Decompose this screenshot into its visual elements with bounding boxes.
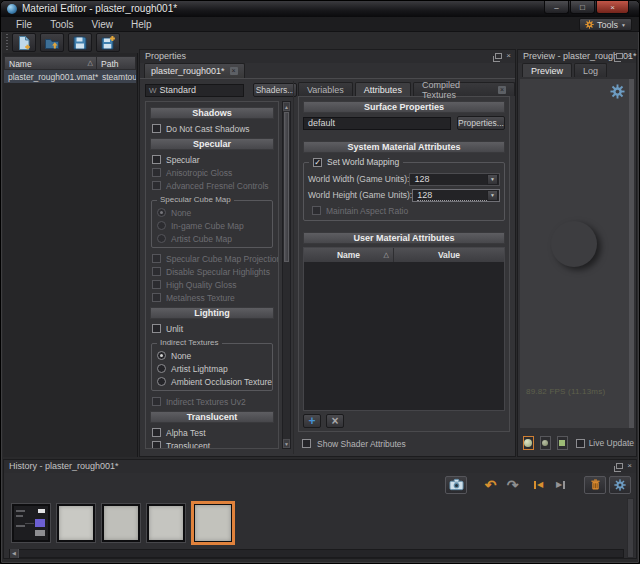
new-file-button[interactable] [12, 33, 36, 52]
history-thumbnail-2[interactable] [56, 503, 96, 543]
undo-button[interactable]: ↶ [481, 476, 500, 494]
scroll-down-icon[interactable]: ▼ [283, 439, 290, 448]
checkbox-box [152, 397, 161, 406]
close-panel-icon[interactable]: × [506, 52, 511, 60]
radio-ambient-occlusion-texture[interactable]: Ambient Occlusion Texture [157, 375, 269, 388]
history-first-button[interactable]: ◀ [529, 476, 548, 494]
close-button[interactable]: × [596, 1, 629, 14]
section-header-lighting: Lighting [150, 307, 274, 319]
checkbox-box[interactable]: ✓ [313, 158, 322, 167]
option-label: Specular Cube Map Projection [166, 254, 279, 264]
save-as-button[interactable] [96, 33, 120, 52]
preview-model-sphere2-button[interactable] [540, 436, 551, 450]
column-header-name[interactable]: Name △ [304, 248, 394, 262]
checkbox-translucent[interactable]: Translucent [152, 439, 274, 449]
close-panel-icon[interactable]: × [627, 52, 632, 60]
world-height-combo[interactable]: 128 ▼ [412, 189, 500, 202]
column-header-name[interactable]: Name △ [5, 57, 96, 69]
tab-compiled-textures[interactable]: Compiled Textures× [413, 82, 515, 96]
preview-viewport[interactable]: 89.82 FPS (11.13ms) [520, 79, 634, 428]
history-vertical-scrollbar[interactable] [627, 498, 634, 558]
set-world-mapping-checkbox[interactable]: ✓ Set World Mapping [309, 157, 403, 167]
float-panel-icon[interactable] [616, 53, 623, 59]
dropdown-arrow-icon[interactable]: ▼ [487, 174, 498, 185]
save-button[interactable] [68, 33, 92, 52]
tools-button[interactable]: Tools ▼ [579, 18, 632, 31]
history-settings-button[interactable] [609, 476, 631, 494]
document-tab[interactable]: plaster_rough001* × [144, 63, 245, 78]
column-header-path[interactable]: Path [96, 57, 135, 69]
user-attributes-table-body[interactable] [304, 262, 504, 410]
preview-tab-log[interactable]: Log [574, 63, 607, 77]
checkbox-box[interactable] [152, 155, 161, 164]
checkbox-box[interactable] [152, 428, 161, 437]
toolbar-drag-handle[interactable] [6, 34, 8, 51]
tab-close-icon[interactable]: × [230, 67, 238, 75]
checkbox-box[interactable] [302, 439, 311, 448]
column-header-value[interactable]: Value [394, 248, 504, 262]
panel-splitter[interactable] [293, 81, 294, 454]
close-panel-icon[interactable]: × [627, 462, 632, 470]
menu-view[interactable]: View [82, 18, 122, 31]
world-width-combo[interactable]: 128 ▼ [409, 173, 500, 186]
history-horizontal-scrollbar[interactable]: ◀ [9, 549, 624, 558]
history-thumbnail-3[interactable] [101, 503, 141, 543]
preview-tab-preview[interactable]: Preview [522, 63, 572, 77]
options-scrollbar[interactable]: ▲ ▼ [282, 101, 291, 449]
viewport-scrollbar[interactable] [629, 79, 634, 428]
preview-panel-titlebar[interactable]: Preview - plaster_rough001* × [518, 50, 636, 63]
radio-button[interactable] [157, 351, 166, 360]
maximize-button[interactable]: □ [570, 1, 595, 14]
delete-attribute-button[interactable]: × [326, 414, 344, 428]
menu-file[interactable]: File [7, 18, 41, 31]
history-panel-titlebar[interactable]: History - plaster_rough001* × [4, 460, 636, 473]
minimize-button[interactable]: – [544, 1, 569, 14]
checkbox-do-not-cast-shadows[interactable]: Do Not Cast Shadows [152, 122, 274, 135]
history-thumbnail-5[interactable] [191, 501, 235, 545]
show-shader-attributes-checkbox[interactable]: Show Shader Attributes [302, 437, 406, 450]
surface-properties-button[interactable]: Properties... [457, 116, 505, 130]
radio-button[interactable] [157, 364, 166, 373]
checkbox-specular[interactable]: Specular [152, 153, 274, 166]
tab-close-icon[interactable]: × [498, 86, 506, 94]
shader-select[interactable]: W Standard [145, 84, 244, 97]
scrollbar-thumb[interactable] [284, 112, 289, 262]
add-attribute-button[interactable]: + [303, 414, 321, 428]
history-thumbnail-4[interactable] [146, 503, 186, 543]
redo-button[interactable]: ↷ [503, 476, 522, 494]
screenshot-button[interactable] [445, 476, 467, 494]
radio-artist-lightmap[interactable]: Artist Lightmap [157, 362, 269, 375]
checkbox-box[interactable] [152, 324, 161, 333]
menu-tools[interactable]: Tools [41, 18, 82, 31]
radio-none[interactable]: None [157, 349, 269, 362]
properties-panel-titlebar[interactable]: Properties × [140, 50, 515, 63]
history-last-button[interactable]: ▶ [551, 476, 570, 494]
preview-model-sphere-button[interactable] [523, 436, 534, 450]
shaders-button[interactable]: Shaders... [253, 83, 297, 97]
file-list-row-selected[interactable]: plaster_rough001.vmat* steamtours_a... [4, 70, 136, 83]
surface-property-input[interactable]: default [303, 117, 451, 130]
checkbox-unlit[interactable]: Unlit [152, 322, 274, 335]
scroll-left-icon[interactable]: ◀ [10, 549, 19, 558]
checkbox-alpha-test[interactable]: Alpha Test [152, 426, 274, 439]
delete-history-button[interactable] [584, 476, 606, 494]
checkbox-box[interactable] [152, 441, 161, 449]
dropdown-arrow-icon[interactable]: ▼ [487, 190, 498, 201]
preview-settings-gear-icon[interactable] [610, 84, 625, 99]
menu-help[interactable]: Help [122, 18, 161, 31]
open-file-button[interactable] [40, 33, 64, 52]
tab-attributes[interactable]: Attributes [355, 82, 411, 96]
float-panel-icon[interactable] [616, 463, 623, 469]
option-label: Disable Specular Highlights [166, 267, 270, 277]
plus-icon: + [308, 415, 315, 427]
tab-variables[interactable]: Variables [298, 82, 353, 96]
surface-properties-header: Surface Properties [303, 101, 505, 113]
float-panel-icon[interactable] [495, 53, 502, 59]
checkbox-box[interactable] [152, 124, 161, 133]
live-update-checkbox[interactable]: Live Update [576, 438, 634, 448]
radio-button[interactable] [157, 377, 166, 386]
history-thumbnail-1[interactable] [11, 503, 51, 543]
checkbox-box[interactable] [576, 439, 585, 448]
preview-model-cube-button[interactable] [557, 436, 568, 450]
scroll-up-icon[interactable]: ▲ [283, 102, 290, 111]
